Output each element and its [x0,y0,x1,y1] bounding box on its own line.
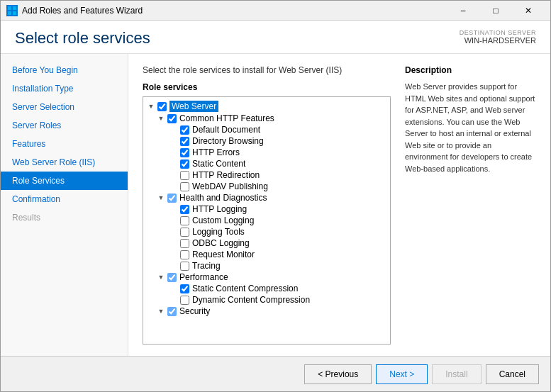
label-webserver[interactable]: Web Server [169,101,218,112]
label-logging-tools[interactable]: Logging Tools [192,227,245,237]
toggle-webserver[interactable]: ▼ [146,101,156,111]
tree-row-http-logging: HTTP Logging [143,203,390,215]
tree-row-logging-tools: Logging Tools [143,226,390,237]
sidebar-item-web-server-role-(iis)[interactable]: Web Server Role (IIS) [1,153,128,172]
tree-row-custom-logging: Custom Logging [143,215,390,226]
tree-row-webserver: ▼ Web Server [143,100,390,113]
svg-rect-1 [13,6,16,10]
tree-row-health-diag: ▼ Health and Diagnostics [143,192,390,203]
sidebar-item-server-roles[interactable]: Server Roles [1,116,128,135]
checkbox-static-content[interactable] [180,159,189,169]
sidebar-item-role-services[interactable]: Role Services [1,172,128,190]
close-button[interactable]: ✕ [512,4,545,18]
wizard-body: Before You BeginInstallation TypeServer … [1,54,550,356]
checkbox-webserver[interactable] [157,102,167,111]
checkbox-http-redir[interactable] [180,171,189,180]
label-http-redir[interactable]: HTTP Redirection [192,170,260,180]
toggle-common-http[interactable]: ▼ [156,113,166,123]
label-default-doc[interactable]: Default Document [192,125,260,135]
main-panel: Select the role services to install for … [128,54,550,356]
label-dynamic-compress[interactable]: Dynamic Content Compression [192,295,310,305]
section-instruction: Select the role services to install for … [143,65,391,75]
checkbox-dynamic-compress[interactable] [180,296,189,305]
label-odbc-logging[interactable]: ODBC Logging [192,238,250,248]
wizard-footer: < Previous Next > Install Cancel [1,356,550,391]
toggle-performance[interactable]: ▼ [156,272,166,282]
sidebar-item-installation-type[interactable]: Installation Type [1,79,128,98]
destination-server: DESTINATION SERVER WIN-HARDSERVER [460,29,536,45]
label-http-logging[interactable]: HTTP Logging [192,204,247,214]
sidebar-item-confirmation[interactable]: Confirmation [1,190,128,208]
role-services-label: Role services [143,82,391,92]
tree-row-security: ▼ Security [143,306,390,317]
label-webdav[interactable]: WebDAV Publishing [192,181,268,191]
checkbox-req-monitor[interactable] [180,250,189,259]
checkbox-webdav[interactable] [180,182,189,191]
tree-row-odbc-logging: ODBC Logging [143,237,390,249]
checkbox-dir-browsing[interactable] [180,137,189,146]
checkbox-performance[interactable] [167,273,177,282]
sidebar: Before You BeginInstallation TypeServer … [1,54,128,356]
tree-row-default-doc: Default Document [143,124,390,135]
role-services-section: Select the role services to install for … [143,65,391,345]
main-content: Select the role services to install for … [128,54,550,356]
tree-row-http-errors: HTTP Errors [143,147,390,158]
svg-rect-3 [13,11,16,15]
wizard-title: Select role services [15,29,150,47]
label-security[interactable]: Security [179,306,210,316]
description-text: Web Server provides support for HTML Web… [405,81,536,174]
toggle-default-doc [169,125,179,135]
checkbox-default-doc[interactable] [180,125,189,135]
label-static-compress[interactable]: Static Content Compression [192,284,298,293]
install-button[interactable]: Install [432,364,481,384]
tree-row-common-http: ▼ Common HTTP Features [143,113,390,124]
next-button[interactable]: Next > [376,364,428,384]
checkbox-custom-logging[interactable] [180,216,189,225]
label-common-http[interactable]: Common HTTP Features [179,113,274,123]
label-tracing[interactable]: Tracing [192,261,221,271]
minimize-button[interactable]: – [447,4,479,18]
label-dir-browsing[interactable]: Directory Browsing [192,136,264,146]
checkbox-security[interactable] [167,307,177,316]
tree-row-performance: ▼ Performance [143,271,390,283]
title-bar-text: Add Roles and Features Wizard [22,6,447,16]
description-title: Description [405,65,536,75]
destination-label: DESTINATION SERVER [460,29,536,36]
label-custom-logging[interactable]: Custom Logging [192,215,254,225]
wizard-container: Select role services DESTINATION SERVER … [1,21,550,391]
previous-button[interactable]: < Previous [304,364,372,384]
tree-row-dynamic-compress: Dynamic Content Compression [143,294,390,306]
label-http-errors[interactable]: HTTP Errors [192,147,240,157]
description-panel: Description Web Server provides support … [405,65,536,345]
tree-row-static-compress: Static Content Compression [143,283,390,294]
cancel-button[interactable]: Cancel [486,364,539,384]
checkbox-tracing[interactable] [180,262,189,271]
label-health-diag[interactable]: Health and Diagnostics [179,193,267,203]
title-bar: Add Roles and Features Wizard – □ ✕ [1,1,550,21]
sidebar-item-features[interactable]: Features [1,135,128,153]
sidebar-item-results: Results [1,208,128,227]
tree-inner: ▼ Web Server ▼ Common HTTP Features [143,97,390,320]
checkbox-logging-tools[interactable] [180,228,189,237]
checkbox-static-compress[interactable] [180,284,189,293]
checkbox-http-logging[interactable] [180,205,189,214]
toggle-health-diag[interactable]: ▼ [156,193,166,203]
server-name: WIN-HARDSERVER [460,36,536,45]
checkbox-http-errors[interactable] [180,148,189,157]
maximize-button[interactable]: □ [479,4,512,18]
checkbox-common-http[interactable] [167,114,177,123]
tree-row-req-monitor: Request Monitor [143,249,390,260]
label-req-monitor[interactable]: Request Monitor [192,250,255,259]
label-static-content[interactable]: Static Content [192,159,245,169]
sidebar-item-server-selection[interactable]: Server Selection [1,98,128,116]
sidebar-item-before-you-begin[interactable]: Before You Begin [1,61,128,79]
tree-row-webdav: WebDAV Publishing [143,181,390,192]
tree-row-http-redir: HTTP Redirection [143,169,390,181]
checkbox-odbc-logging[interactable] [180,239,189,248]
tree-container[interactable]: ▼ Web Server ▼ Common HTTP Features [143,96,391,345]
tree-row-tracing: Tracing [143,260,390,271]
toggle-security[interactable]: ▼ [156,306,166,316]
label-performance[interactable]: Performance [179,272,228,282]
checkbox-health-diag[interactable] [167,194,177,203]
wizard-header: Select role services DESTINATION SERVER … [1,21,550,54]
